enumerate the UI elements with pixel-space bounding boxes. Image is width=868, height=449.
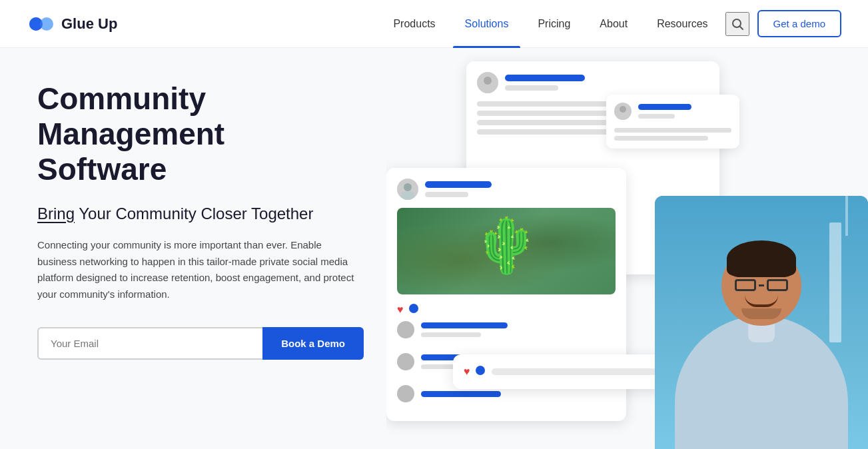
search-icon-button[interactable] xyxy=(725,12,749,36)
svg-point-2 xyxy=(29,17,43,31)
page-subheadline: Bring Your Community Closer Together xyxy=(37,203,360,224)
subheadline-highlight: Bring xyxy=(37,205,75,223)
hero-illustration: ♥ xyxy=(386,48,868,449)
r-line-2 xyxy=(421,332,481,337)
row-avatar xyxy=(397,353,414,370)
person-hair xyxy=(727,240,796,277)
nav-resources[interactable]: Resources xyxy=(645,0,719,48)
nav-pricing[interactable]: Pricing xyxy=(526,0,582,48)
card-header-row xyxy=(477,72,709,93)
mini-text xyxy=(638,104,731,119)
svg-point-7 xyxy=(620,106,626,113)
reactions: ♥ xyxy=(397,304,616,316)
lens-right xyxy=(767,279,788,291)
mini-avatar xyxy=(614,103,632,120)
text-line-1 xyxy=(505,75,585,81)
r-line-1 xyxy=(421,322,508,328)
page-headline: Community Management Software xyxy=(37,81,360,187)
card-image xyxy=(397,208,616,294)
logo-icon xyxy=(27,9,56,39)
avatar xyxy=(477,72,498,93)
r-line-1 xyxy=(421,391,501,397)
line xyxy=(614,128,731,133)
email-input[interactable] xyxy=(37,327,262,360)
nav-about[interactable]: About xyxy=(588,0,640,48)
svg-point-10 xyxy=(401,191,414,200)
svg-point-8 xyxy=(618,113,628,120)
line xyxy=(614,136,708,141)
card-text-block xyxy=(505,75,709,91)
person-silhouette xyxy=(655,196,868,449)
svg-point-9 xyxy=(404,183,412,191)
mini-line-1 xyxy=(638,104,691,110)
logo-text: Glue Up xyxy=(61,15,117,33)
tower-antenna xyxy=(845,196,848,236)
blue-dot xyxy=(409,304,418,313)
search-icon xyxy=(731,17,744,31)
sec-card-header xyxy=(397,179,616,200)
send-input-text xyxy=(492,368,671,375)
subheadline-rest: Your Community Closer Together xyxy=(75,205,313,223)
svg-point-5 xyxy=(484,77,492,85)
lens-left xyxy=(735,279,756,291)
sec-line-1 xyxy=(425,181,492,188)
send-reactions: ♥ xyxy=(464,366,485,378)
row-avatar xyxy=(397,385,414,402)
person-body-group xyxy=(675,246,848,449)
main-content: Community Management Software Bring Your… xyxy=(0,48,868,449)
list-row-1 xyxy=(397,321,616,338)
person-head xyxy=(721,246,801,326)
blue-dot xyxy=(476,366,485,375)
nav-products[interactable]: Products xyxy=(381,0,447,48)
text-line-2 xyxy=(505,85,558,91)
row-text xyxy=(421,391,616,397)
person-face xyxy=(731,279,791,319)
book-demo-button[interactable]: Book a Demo xyxy=(262,327,364,360)
hero-description: Connecting your community is more import… xyxy=(37,237,360,303)
glasses-bridge xyxy=(759,284,764,286)
hero-left: Community Management Software Bring Your… xyxy=(0,48,386,449)
mini-card-row xyxy=(614,103,731,120)
svg-line-4 xyxy=(739,26,743,29)
sec-avatar xyxy=(397,179,418,200)
heart-icon: ♥ xyxy=(464,366,470,378)
sec-text-block xyxy=(425,181,616,197)
main-nav: Products Solutions Pricing About Resourc… xyxy=(381,0,719,48)
row-text xyxy=(421,322,616,337)
person-photo xyxy=(655,196,868,449)
get-demo-button[interactable]: Get a demo xyxy=(757,10,841,37)
heart-icon: ♥ xyxy=(397,304,404,316)
cta-form: Book a Demo xyxy=(37,327,364,360)
row-avatar xyxy=(397,321,414,338)
person-shoulders xyxy=(675,316,848,449)
sec-line-2 xyxy=(425,192,468,197)
mini-line-2 xyxy=(638,114,675,119)
glasses xyxy=(731,279,791,291)
nav-solutions[interactable]: Solutions xyxy=(453,0,521,48)
mini-lines xyxy=(614,128,731,141)
logo[interactable]: Glue Up xyxy=(27,9,117,39)
header: Glue Up Products Solutions Pricing About… xyxy=(0,0,868,48)
smile xyxy=(745,295,778,307)
svg-point-6 xyxy=(481,85,494,93)
mini-card xyxy=(606,95,739,149)
beard xyxy=(741,308,781,319)
